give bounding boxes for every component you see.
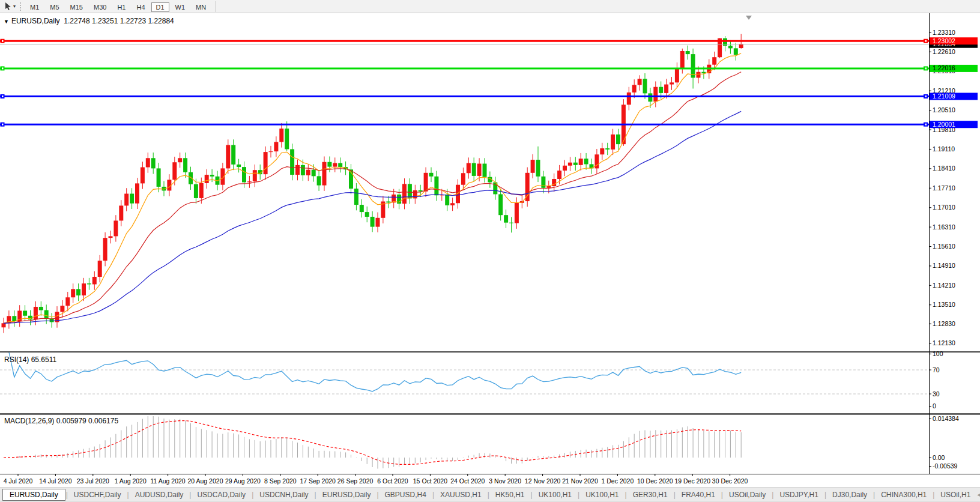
price-tick-label: 1.15610	[933, 243, 955, 250]
date-tick-label: 11 Aug 2020	[150, 477, 185, 485]
date-tick-label: 1 Aug 2020	[115, 477, 147, 485]
chart-tab-7[interactable]: XAUUSD,H1	[435, 489, 487, 500]
cursor-tool-icon[interactable]	[3, 2, 13, 11]
chart-tab-6[interactable]: GBPUSD,H4	[380, 489, 432, 500]
price-tick-label: 1.23310	[933, 29, 955, 36]
timeframe-button-D1[interactable]: D1	[151, 2, 169, 12]
tab-scroll-left-icon[interactable]: ◄	[976, 492, 980, 498]
price-tick-label: 1.17710	[933, 184, 955, 192]
timeframe-button-H1[interactable]: H1	[112, 2, 130, 12]
price-tick-label: 1.17010	[933, 204, 955, 211]
price-tick-label: 1.14910	[933, 262, 955, 269]
rsi-indicator-label: RSI(14) 65.6511	[4, 355, 56, 364]
chart-ohlc-values: 1.22748 1.23251 1.22723 1.22884	[64, 17, 174, 25]
macd-axis-label: 0.014384	[933, 415, 959, 422]
timeframe-button-H4[interactable]: H4	[132, 2, 150, 12]
macd-indicator-label: MACD(12,26,9) 0.005979 0.006175	[4, 417, 118, 425]
chart-tab-16[interactable]: CHINA300,H1	[876, 489, 932, 500]
chart-tab-11[interactable]: GER30,H1	[628, 489, 673, 500]
price-tick-label: 1.12830	[933, 320, 955, 327]
cursor-tool-dropdown-icon[interactable]: ▾	[13, 4, 16, 9]
date-tick-label: 4 Jul 2020	[4, 477, 33, 485]
chart-tab-9[interactable]: UK100,H1	[533, 489, 577, 500]
chart-window[interactable]: ▼EURUSD,Daily 1.22748 1.23251 1.22723 1.…	[0, 13, 980, 488]
timeframe-button-M1[interactable]: M1	[25, 2, 44, 12]
top-toolbar: ▾ M1M5M15M30H1H4D1W1MN	[0, 0, 980, 13]
one-click-trading-caret-icon[interactable]: ▼	[4, 19, 9, 25]
chart-tab-bar: EURUSD,Daily|USDCHF,Daily|AUDUSD,Daily|U…	[0, 488, 980, 501]
date-tick-label: 17 Sep 2020	[300, 477, 336, 485]
rsi-axis-label: 70	[933, 366, 940, 373]
date-tick-label: 19 Dec 2020	[674, 477, 710, 485]
chart-tab-0[interactable]: EURUSD,Daily	[2, 489, 65, 501]
date-tick-label: 10 Dec 2020	[637, 477, 673, 485]
chart-tab-14[interactable]: USDJPY,H1	[774, 489, 823, 500]
rsi-axis-label: 30	[933, 390, 940, 398]
chart-tab-2[interactable]: AUDUSD,Daily	[130, 489, 189, 500]
chart-symbol-label: EURUSD,Daily	[11, 17, 60, 25]
macd-axis-label: -0.00539	[933, 462, 958, 470]
chart-tab-17[interactable]: USOil,H1	[935, 489, 976, 500]
date-tick-label: 30 Dec 2020	[712, 477, 748, 485]
timeframe-button-group: M1M5M15M30H1H4D1W1MN	[25, 1, 211, 12]
date-tick-label: 23 Jul 2020	[77, 477, 109, 485]
date-tick-label: 29 Aug 2020	[225, 477, 261, 485]
price-tick-label: 1.12130	[933, 339, 955, 346]
price-tick-label: 1.22610	[933, 48, 955, 55]
chart-tab-15[interactable]: DJ30,Daily	[827, 489, 873, 500]
macd-axis-label: 0.00	[933, 454, 945, 461]
date-tick-label: 14 Jul 2020	[39, 477, 71, 485]
price-tick-label: 1.19110	[933, 145, 955, 153]
toolbar-grip[interactable]	[20, 2, 21, 11]
date-tick-label: 3 Nov 2020	[489, 477, 521, 485]
price-tick-label: 1.18410	[933, 165, 955, 172]
svg-text:1.23002: 1.23002	[933, 37, 955, 44]
date-tick-label: 20 Aug 2020	[188, 477, 223, 485]
date-tick-label: 8 Sep 2020	[264, 477, 297, 485]
price-tick-label: 1.16310	[933, 223, 955, 231]
timeframe-button-M5[interactable]: M5	[45, 2, 64, 12]
timeframe-button-MN[interactable]: MN	[191, 2, 211, 12]
date-tick-label: 21 Nov 2020	[562, 477, 598, 485]
date-tick-label: 26 Sep 2020	[337, 477, 374, 485]
price-tick-label: 1.14210	[933, 282, 955, 289]
chart-tab-13[interactable]: USOil,Daily	[724, 489, 771, 500]
chart-tab-4[interactable]: USDCNH,Daily	[254, 489, 313, 500]
price-tick-label: 1.20510	[933, 106, 955, 113]
chart-tab-12[interactable]: FRA40,H1	[676, 489, 721, 500]
chart-tab-3[interactable]: USDCAD,Daily	[192, 489, 251, 500]
svg-text:1.22016: 1.22016	[933, 64, 955, 71]
chart-title: ▼EURUSD,Daily 1.22748 1.23251 1.22723 1.…	[4, 17, 174, 25]
chart-tab-1[interactable]: USDCHF,Daily	[68, 489, 127, 500]
toolbar-separator	[215, 1, 216, 12]
timeframe-button-M30[interactable]: M30	[89, 2, 111, 12]
date-tick-label: 1 Dec 2020	[602, 477, 634, 485]
svg-text:1.20001: 1.20001	[933, 121, 955, 128]
rsi-axis-label: 100	[933, 350, 943, 357]
date-tick-label: 24 Oct 2020	[450, 477, 485, 485]
chart-tab-8[interactable]: HK50,H1	[490, 489, 530, 500]
timeframe-button-M15[interactable]: M15	[65, 2, 88, 12]
date-tick-label: 6 Oct 2020	[377, 477, 408, 485]
date-tick-label: 12 Nov 2020	[525, 477, 561, 485]
date-tick-label: 15 Oct 2020	[413, 477, 447, 485]
price-tick-label: 1.13510	[933, 301, 955, 308]
rsi-axis-label: 0	[933, 402, 936, 410]
price-chart-canvas[interactable]: 1.233101.226101.219101.212101.205101.198…	[0, 13, 980, 488]
svg-text:1.21009: 1.21009	[933, 92, 955, 100]
chart-tab-10[interactable]: UK100,H1	[580, 489, 624, 500]
chart-tab-5[interactable]: EURUSD,Daily	[317, 489, 377, 500]
timeframe-button-W1[interactable]: W1	[171, 2, 190, 12]
